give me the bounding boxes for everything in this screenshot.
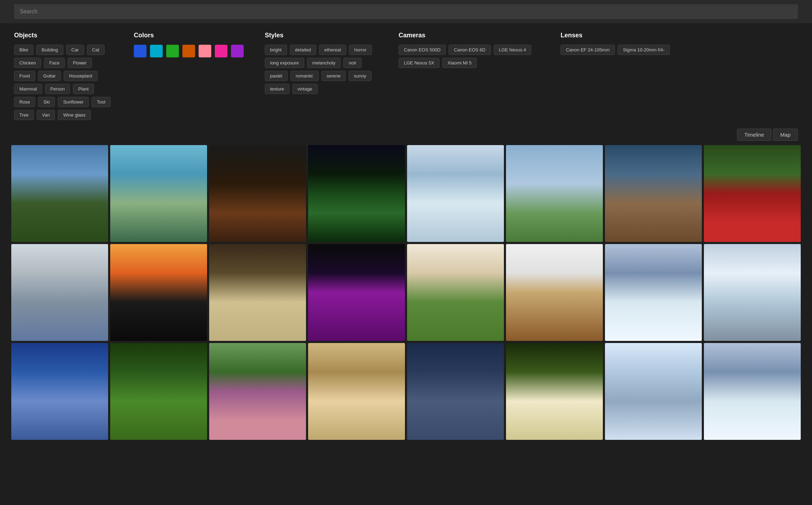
style-tag[interactable]: detailed — [290, 45, 317, 55]
style-tag[interactable]: vintage — [292, 84, 318, 94]
camera-tag[interactable]: LGE Nexus 5X — [399, 58, 439, 68]
photo-thumbnail[interactable] — [407, 343, 504, 440]
style-tag[interactable]: pastel — [265, 71, 288, 81]
photo-thumbnail[interactable] — [308, 244, 405, 341]
style-tag[interactable]: long exposure — [265, 58, 304, 68]
colors-label: Colors — [134, 32, 244, 39]
lenses-label: Lenses — [561, 32, 670, 39]
style-tag[interactable]: horror — [349, 45, 372, 55]
object-tag[interactable]: Plant — [73, 84, 94, 94]
photo-thumbnail[interactable] — [110, 244, 207, 341]
object-tag[interactable]: Tree — [14, 110, 34, 120]
objects-tags: BikeBuildingCarCatChickenFaceFlowerFoodG… — [14, 45, 113, 120]
view-toggle-row: Timeline Map — [0, 126, 812, 145]
object-tag[interactable]: Houseplant — [64, 71, 98, 81]
style-tag[interactable]: ethereal — [319, 45, 346, 55]
photo-thumbnail[interactable] — [506, 343, 603, 440]
camera-tag[interactable]: LGE Nexus 4 — [494, 45, 531, 55]
photo-thumbnail[interactable] — [209, 343, 306, 440]
object-tag[interactable]: Car — [66, 45, 84, 55]
photo-thumbnail[interactable] — [605, 244, 702, 341]
map-button[interactable]: Map — [773, 129, 798, 141]
filters-section: Objects BikeBuildingCarCatChickenFaceFlo… — [0, 23, 812, 126]
photo-thumbnail[interactable] — [209, 244, 306, 341]
object-tag[interactable]: Guitar — [38, 71, 61, 81]
colors-filter-group: Colors — [134, 32, 244, 120]
color-swatch-green[interactable] — [166, 45, 179, 57]
photo-thumbnail[interactable] — [308, 343, 405, 440]
color-swatch-pink[interactable] — [199, 45, 211, 57]
camera-tag[interactable]: Canon EOS 6D — [449, 45, 491, 55]
style-tag[interactable]: melancholy — [307, 58, 341, 68]
search-input[interactable] — [14, 4, 798, 19]
style-tag[interactable]: texture — [265, 84, 289, 94]
photo-thumbnail[interactable] — [704, 145, 801, 242]
object-tag[interactable]: Van — [37, 110, 55, 120]
object-tag[interactable]: Chicken — [14, 58, 41, 68]
object-tag[interactable]: Food — [14, 71, 35, 81]
color-swatch-orange[interactable] — [182, 45, 195, 57]
photo-thumbnail[interactable] — [704, 343, 801, 440]
photo-thumbnail[interactable] — [110, 343, 207, 440]
object-tag[interactable]: Building — [36, 45, 63, 55]
style-tag[interactable]: sunny — [349, 71, 371, 81]
color-swatch-purple[interactable] — [231, 45, 244, 57]
camera-tag[interactable]: Xiaomi Mi 5 — [442, 58, 477, 68]
cameras-filter-group: Cameras Canon EOS 500DCanon EOS 6DLGE Ne… — [399, 32, 539, 120]
style-tag[interactable]: bright — [265, 45, 287, 55]
style-tag[interactable]: romantic — [291, 71, 319, 81]
photo-thumbnail[interactable] — [11, 343, 108, 440]
styles-label: Styles — [265, 32, 377, 39]
lens-tag[interactable]: Sigma 10-20mm f/4- — [618, 45, 670, 55]
objects-filter-group: Objects BikeBuildingCarCatChickenFaceFlo… — [14, 32, 113, 120]
styles-tags: brightdetailedetherealhorrorlong exposur… — [265, 45, 377, 94]
cameras-label: Cameras — [399, 32, 539, 39]
lens-tag[interactable]: Canon EF 24-105mm — [561, 45, 615, 55]
photo-thumbnail[interactable] — [407, 145, 504, 242]
photo-thumbnail[interactable] — [506, 244, 603, 341]
color-swatches — [134, 45, 244, 57]
styles-filter-group: Styles brightdetailedetherealhorrorlong … — [265, 32, 377, 120]
photo-thumbnail[interactable] — [11, 244, 108, 341]
object-tag[interactable]: Face — [44, 58, 65, 68]
object-tag[interactable]: Tool — [92, 97, 111, 107]
object-tag[interactable]: Sunflower — [58, 97, 89, 107]
photo-thumbnail[interactable] — [308, 145, 405, 242]
camera-tag[interactable]: Canon EOS 500D — [399, 45, 446, 55]
object-tag[interactable]: Wine glass — [58, 110, 91, 120]
object-tag[interactable]: Mammal — [14, 84, 42, 94]
style-tag[interactable]: serene — [321, 71, 346, 81]
photo-thumbnail[interactable] — [11, 145, 108, 242]
object-tag[interactable]: Ski — [38, 97, 55, 107]
object-tag[interactable]: Flower — [68, 58, 92, 68]
color-swatch-magenta[interactable] — [215, 45, 227, 57]
photo-thumbnail[interactable] — [704, 244, 801, 341]
object-tag[interactable]: Person — [45, 84, 70, 94]
photo-grid — [0, 145, 812, 451]
object-tag[interactable]: Cat — [87, 45, 105, 55]
photo-thumbnail[interactable] — [110, 145, 207, 242]
photo-thumbnail[interactable] — [209, 145, 306, 242]
timeline-button[interactable]: Timeline — [737, 129, 772, 141]
color-swatch-blue[interactable] — [134, 45, 146, 57]
photo-thumbnail[interactable] — [407, 244, 504, 341]
photo-thumbnail[interactable] — [605, 145, 702, 242]
lenses-filter-group: Lenses Canon EF 24-105mmSigma 10-20mm f/… — [561, 32, 670, 120]
object-tag[interactable]: Bike — [14, 45, 33, 55]
photo-thumbnail[interactable] — [506, 145, 603, 242]
color-swatch-cyan[interactable] — [150, 45, 163, 57]
style-tag[interactable]: noir — [343, 58, 362, 68]
photo-thumbnail[interactable] — [605, 343, 702, 440]
object-tag[interactable]: Rose — [14, 97, 35, 107]
lenses-tags: Canon EF 24-105mmSigma 10-20mm f/4- — [561, 45, 670, 55]
objects-label: Objects — [14, 32, 113, 39]
search-bar — [0, 0, 812, 23]
cameras-tags: Canon EOS 500DCanon EOS 6DLGE Nexus 4LGE… — [399, 45, 539, 68]
